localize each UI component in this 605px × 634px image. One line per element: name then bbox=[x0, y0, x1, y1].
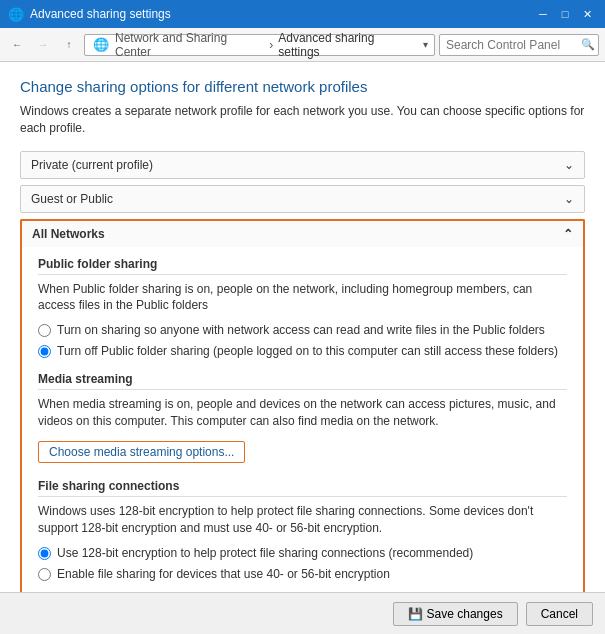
window-title: Advanced sharing settings bbox=[30, 7, 171, 21]
pf-radio-off[interactable] bbox=[38, 345, 51, 358]
pf-radio-on[interactable] bbox=[38, 324, 51, 337]
file-sharing-desc: Windows uses 128-bit encryption to help … bbox=[38, 503, 567, 537]
window-icon: 🌐 bbox=[8, 7, 24, 22]
pf-option-off: Turn off Public folder sharing (people l… bbox=[38, 343, 567, 360]
search-input[interactable] bbox=[439, 34, 599, 56]
section-private[interactable]: Private (current profile) ⌄ bbox=[20, 151, 585, 179]
media-streaming-title: Media streaming bbox=[38, 372, 567, 390]
search-icon: 🔍 bbox=[581, 38, 595, 51]
breadcrumb-dropdown[interactable]: ▾ bbox=[423, 39, 428, 50]
close-button[interactable]: ✕ bbox=[577, 4, 597, 24]
all-networks-body: Public folder sharing When Public folder… bbox=[20, 247, 585, 634]
maximize-button[interactable]: □ bbox=[555, 4, 575, 24]
enc128-option: Use 128-bit encryption to help protect f… bbox=[38, 545, 567, 562]
public-folder-desc: When Public folder sharing is on, people… bbox=[38, 281, 567, 315]
breadcrumb-separator: › bbox=[269, 38, 273, 52]
breadcrumb: 🌐 Network and Sharing Center › Advanced … bbox=[84, 34, 435, 56]
pf-label-off[interactable]: Turn off Public folder sharing (people l… bbox=[57, 343, 558, 360]
chevron-up-icon: ⌃ bbox=[563, 227, 573, 241]
save-icon: 💾 bbox=[408, 607, 423, 621]
title-bar: 🌐 Advanced sharing settings ─ □ ✕ bbox=[0, 0, 605, 28]
pf-option-on: Turn on sharing so anyone with network a… bbox=[38, 322, 567, 339]
bottom-bar: 💾 Save changes Cancel bbox=[0, 592, 605, 634]
section-guest-label: Guest or Public bbox=[31, 192, 113, 206]
section-all-networks[interactable]: All Networks ⌃ bbox=[20, 219, 585, 247]
pf-label-on[interactable]: Turn on sharing so anyone with network a… bbox=[57, 322, 545, 339]
enc128-label[interactable]: Use 128-bit encryption to help protect f… bbox=[57, 545, 473, 562]
section-all-networks-label: All Networks bbox=[32, 227, 105, 241]
breadcrumb-current: Advanced sharing settings bbox=[278, 31, 417, 59]
page-title: Change sharing options for different net… bbox=[20, 78, 585, 95]
main-content: Change sharing options for different net… bbox=[0, 62, 605, 634]
page-description: Windows creates a separate network profi… bbox=[20, 103, 585, 137]
public-folder-options: Turn on sharing so anyone with network a… bbox=[38, 322, 567, 360]
chevron-down-icon: ⌄ bbox=[564, 192, 574, 206]
cancel-button[interactable]: Cancel bbox=[526, 602, 593, 626]
forward-button[interactable]: → bbox=[32, 34, 54, 56]
file-sharing-title: File sharing connections bbox=[38, 479, 567, 497]
section-guest-public[interactable]: Guest or Public ⌄ bbox=[20, 185, 585, 213]
address-bar: ← → ↑ 🌐 Network and Sharing Center › Adv… bbox=[0, 28, 605, 62]
enc128-radio[interactable] bbox=[38, 547, 51, 560]
public-folder-title: Public folder sharing bbox=[38, 257, 567, 275]
chevron-down-icon: ⌄ bbox=[564, 158, 574, 172]
breadcrumb-icon: 🌐 bbox=[93, 37, 109, 52]
section-private-label: Private (current profile) bbox=[31, 158, 153, 172]
back-button[interactable]: ← bbox=[6, 34, 28, 56]
public-folder-section: Public folder sharing When Public folder… bbox=[38, 257, 567, 360]
save-changes-button[interactable]: 💾 Save changes bbox=[393, 602, 518, 626]
media-streaming-section: Media streaming When media streaming is … bbox=[38, 372, 567, 468]
up-button[interactable]: ↑ bbox=[58, 34, 80, 56]
minimize-button[interactable]: ─ bbox=[533, 4, 553, 24]
file-sharing-section: File sharing connections Windows uses 12… bbox=[38, 479, 567, 582]
enc40-option: Enable file sharing for devices that use… bbox=[38, 566, 567, 583]
enc40-label[interactable]: Enable file sharing for devices that use… bbox=[57, 566, 390, 583]
file-sharing-options: Use 128-bit encryption to help protect f… bbox=[38, 545, 567, 583]
save-label: Save changes bbox=[427, 607, 503, 621]
media-streaming-desc: When media streaming is on, people and d… bbox=[38, 396, 567, 430]
media-streaming-button[interactable]: Choose media streaming options... bbox=[38, 441, 245, 463]
enc40-radio[interactable] bbox=[38, 568, 51, 581]
breadcrumb-network-center[interactable]: Network and Sharing Center bbox=[115, 31, 264, 59]
